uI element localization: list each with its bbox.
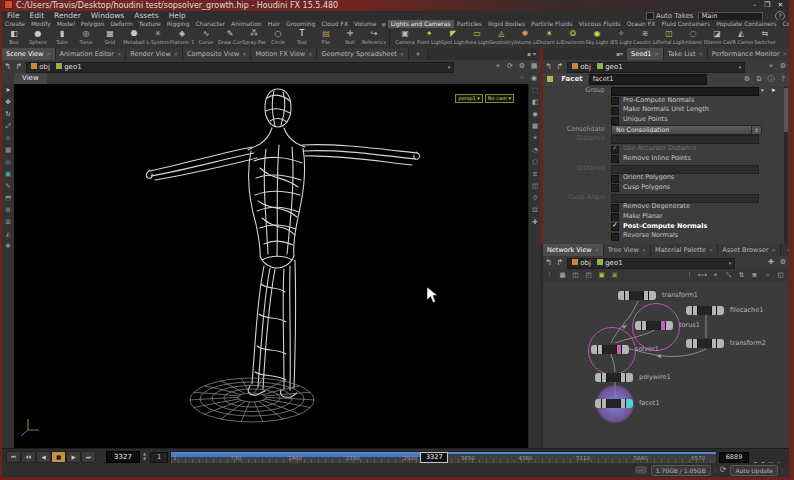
tab-motion-fx-view[interactable]: Motion FX View✕ <box>251 48 317 60</box>
scale-tool-icon[interactable]: ⤢ <box>2 120 14 132</box>
node-flag-segment[interactable] <box>591 345 598 354</box>
shelf-tab-character[interactable]: Character <box>192 20 228 28</box>
recook-icon[interactable]: ⟳ <box>720 465 727 474</box>
tab-tree-view[interactable]: Tree View✕ <box>604 244 651 256</box>
checkbox-remove-degenerate[interactable] <box>611 204 619 212</box>
node-flag-segment[interactable] <box>717 339 724 348</box>
tab-render-view[interactable]: Render View✕ <box>126 48 183 60</box>
forward-icon[interactable]: ↱ <box>13 60 24 73</box>
menu-edit[interactable]: Edit <box>25 11 50 20</box>
tab-close-icon[interactable]: ✕ <box>46 51 50 57</box>
scene-viewport[interactable]: persp1 ▾No cam ▾ <box>14 84 528 448</box>
shelf-tab-particle-fluids[interactable]: Particle Fluids <box>528 20 576 28</box>
tab-add[interactable]: + <box>781 244 789 256</box>
frame-stepper[interactable]: ▲▼ <box>141 451 148 461</box>
back-icon[interactable]: ↰ <box>543 256 554 269</box>
shelf-tab-container-tools[interactable]: Container Tools <box>780 20 789 28</box>
node-name-segment[interactable] <box>607 399 621 408</box>
flag-yellow-icon[interactable]: ▣ <box>595 269 608 281</box>
checkbox-orient-polygons[interactable] <box>611 175 619 183</box>
shelf-tool-sphere[interactable]: ●Sphere <box>26 28 50 48</box>
node-solver1[interactable] <box>591 345 629 354</box>
grid-icon[interactable]: ▦ <box>556 269 569 281</box>
shelf-tool-spot-light[interactable]: ◤Spot Light <box>441 28 465 48</box>
shelf-tool-file[interactable]: ▤File <box>314 28 338 48</box>
node-torus1[interactable] <box>635 321 673 330</box>
split-icon[interactable]: ◫ <box>569 269 582 281</box>
sync-icon[interactable]: ⟳ <box>504 60 516 73</box>
zoom-icon[interactable]: ⌕ <box>761 269 774 281</box>
shelf-tool-circle[interactable]: ○Circle <box>266 28 290 48</box>
shelf-tool-box[interactable]: ◧Box <box>2 28 26 48</box>
maximize-button[interactable]: ❒ <box>761 0 774 10</box>
node-flag-segment[interactable] <box>618 291 625 300</box>
shelf-tool-reference[interactable]: ↪Reference <box>362 28 386 48</box>
go-start-button[interactable]: ⏮ <box>6 451 21 463</box>
tab-close-icon[interactable]: ✕ <box>174 51 178 57</box>
node-name-segment[interactable] <box>607 373 621 382</box>
node-polywire1[interactable] <box>595 373 633 382</box>
snap-grid-icon[interactable]: ▦ <box>2 144 14 156</box>
shelf-tool-portal-light[interactable]: ◫Portal Light <box>657 28 681 48</box>
shelf-tool-draw-curve[interactable]: ✎Draw Curve <box>218 28 242 48</box>
shade-mode-icon[interactable]: ⬒ <box>2 192 14 204</box>
update-mode-select[interactable]: Auto Update <box>730 465 778 476</box>
back-icon[interactable]: ↰ <box>543 60 554 73</box>
shelf-tab-fluid-containers[interactable]: Fluid Containers <box>658 20 713 28</box>
shelf-tool-ambient-lig[interactable]: ◌Ambient Lig <box>681 28 705 48</box>
tab-scene-view[interactable]: Scene View✕ <box>2 48 56 60</box>
add-icon[interactable]: ✚ <box>765 256 777 269</box>
shelf-tab-viscous-fluids[interactable]: Viscous Fluids <box>576 20 624 28</box>
shelf-tab-rigging[interactable]: Rigging <box>164 20 193 28</box>
node-transform1[interactable] <box>618 291 656 300</box>
stop-button[interactable]: ■ <box>51 451 66 463</box>
frame-icon[interactable]: ◱ <box>774 269 787 281</box>
shelf-tool-camera[interactable]: ▣Camera <box>393 28 417 48</box>
shelf-tool-caustic-light[interactable]: ≋Caustic Light <box>633 28 657 48</box>
tab-asset-browser[interactable]: Asset Browser✕ <box>718 244 780 256</box>
menu-file[interactable]: File <box>2 11 25 20</box>
shelf-tool-spray-paint[interactable]: ⁂Spray Paint <box>242 28 266 48</box>
path-dropdown-icon[interactable]: ▾ <box>739 63 742 72</box>
tab-performance-monitor[interactable]: Performance Monitor✕ <box>708 48 789 60</box>
shelf-tool-l-system[interactable]: ✳L-System <box>146 28 170 48</box>
shelf-tool-volume-light[interactable]: ✺Volume Light <box>513 28 537 48</box>
gear-icon[interactable]: ⚙ <box>516 60 528 73</box>
node-flag-segment[interactable] <box>635 321 642 330</box>
group-pick-arrow-icon[interactable]: ➤ <box>771 86 776 96</box>
info-icon[interactable]: ⓘ <box>765 73 777 86</box>
auto-takes-checkbox[interactable] <box>646 12 654 20</box>
shelf-tool-text[interactable]: TText <box>290 28 314 48</box>
node-flag-segment[interactable] <box>686 306 693 315</box>
add-viewport-icon[interactable]: ⊞ <box>2 216 14 228</box>
params-scrollbar[interactable] <box>784 86 788 244</box>
prev-key-button[interactable]: ⏴⏴ <box>21 451 36 463</box>
node-flag-segment[interactable] <box>595 373 602 382</box>
shelf-tab-deform[interactable]: Deform <box>107 20 135 28</box>
node-flag-segment[interactable] <box>686 339 693 348</box>
shelf-tool-point-light[interactable]: ✦Point Light <box>417 28 441 48</box>
list-icon[interactable]: ≣ <box>748 269 761 281</box>
tab-close-icon[interactable]: ✕ <box>771 247 775 253</box>
shelf-tool-platonic-sol[interactable]: ◈Platonic Sol <box>170 28 194 48</box>
node-flag-segment[interactable] <box>595 399 602 408</box>
params-path-field[interactable]: obj geo1 ▾ <box>567 62 745 73</box>
pin-icon[interactable]: ⌖ <box>765 60 777 73</box>
menu-help[interactable]: Help <box>164 11 191 20</box>
node-flag-segment[interactable] <box>717 306 724 315</box>
camera-badge-persp1[interactable]: persp1 ▾ <box>455 94 482 103</box>
shelf-tab-cloud-fx[interactable]: Cloud FX <box>318 20 351 28</box>
back-icon[interactable]: ↰ <box>2 60 13 73</box>
node-name-field[interactable]: facet1 <box>589 74 707 85</box>
tab-material-palette[interactable]: Material Palette✕ <box>651 244 718 256</box>
node-flag-segment[interactable] <box>666 321 673 330</box>
shelf-tool-distant-light[interactable]: ☀Distant Light <box>537 28 561 48</box>
node-name-segment[interactable] <box>698 306 712 315</box>
flag-olive-icon[interactable]: ▣ <box>608 269 621 281</box>
shelf-tool-metaball[interactable]: ⬣Metaball <box>122 28 146 48</box>
display-options-icon[interactable]: ⚙ <box>2 204 14 216</box>
end-frame-field[interactable]: 6889 <box>719 452 749 463</box>
tab-geometry-spreadsheet[interactable]: Geometry Spreadsheet✕ <box>317 48 409 60</box>
tab-close-icon[interactable]: ✕ <box>595 247 599 253</box>
material-tool-icon[interactable]: ◭ <box>2 228 14 240</box>
